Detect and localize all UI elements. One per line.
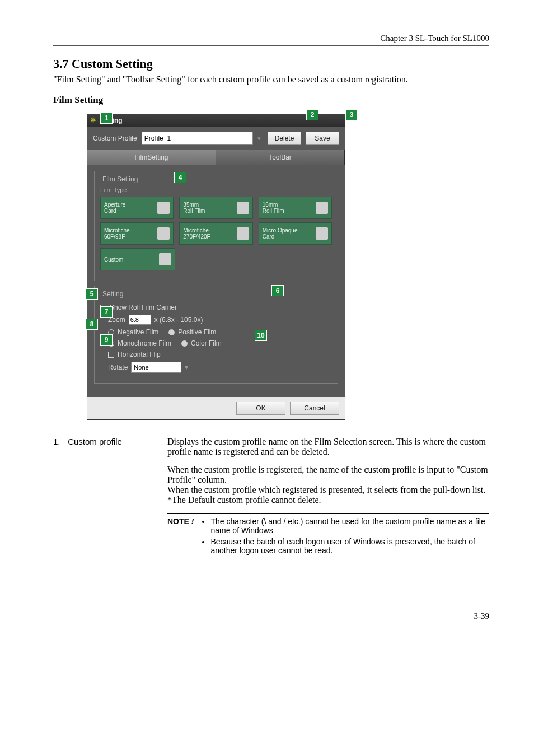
custom-film-icon bbox=[159, 253, 171, 265]
callout-9: 9 bbox=[100, 334, 113, 346]
fieldset-film-type-label: Film Type bbox=[100, 186, 332, 193]
microfiche-270-icon bbox=[237, 227, 249, 240]
callout-6: 6 bbox=[271, 285, 284, 296]
note-exclaim: ! bbox=[191, 517, 194, 526]
callout-2: 2 bbox=[306, 109, 318, 120]
film-microfiche-270[interactable]: Microfiche 270F/420F bbox=[179, 222, 252, 245]
film-setting-subhead: Film Setting bbox=[53, 95, 489, 106]
desc-p4: *The Default custom profile cannot delet… bbox=[167, 495, 489, 505]
desc-item-number: 1. bbox=[53, 437, 65, 446]
film-35mm-roll[interactable]: 35mm Roll Film bbox=[179, 197, 252, 219]
color-film-label: Color Film bbox=[191, 339, 222, 347]
note-label-text: NOTE bbox=[167, 517, 191, 526]
desc-p1: Displays the custom profile name on the … bbox=[167, 437, 489, 457]
fieldset-film-setting-label: Film Setting bbox=[100, 175, 140, 183]
positive-film-label: Positive Film bbox=[178, 328, 216, 336]
custom-profile-input[interactable] bbox=[142, 132, 253, 145]
rotate-dropdown-icon[interactable]: ▾ bbox=[185, 363, 188, 371]
custom-profile-label: Custom Profile bbox=[93, 134, 137, 142]
tab-filmsetting[interactable]: FilmSetting bbox=[87, 150, 216, 165]
callout-8: 8 bbox=[86, 319, 98, 330]
note-bullet-2: Because the batch of each logon user of … bbox=[210, 537, 489, 555]
horizontal-flip-label: Horizontal Flip bbox=[118, 351, 161, 358]
header-rule bbox=[53, 45, 489, 46]
desc-item-name: Custom profile bbox=[68, 437, 122, 446]
save-button[interactable]: Save bbox=[306, 132, 339, 145]
microfiche-60-icon bbox=[157, 227, 170, 240]
desc-item-left: 1. Custom profile bbox=[53, 437, 154, 561]
delete-button[interactable]: Delete bbox=[268, 132, 301, 145]
chapter-header: Chapter 3 SL-Touch for SL1000 bbox=[53, 34, 489, 43]
film-custom[interactable]: Custom bbox=[100, 248, 175, 270]
ok-button[interactable]: OK bbox=[236, 402, 285, 415]
roll-35-icon bbox=[237, 202, 249, 214]
callout-7: 7 bbox=[100, 306, 113, 318]
dropdown-icon[interactable]: ▾ bbox=[257, 135, 263, 142]
negative-film-label: Negative Film bbox=[118, 328, 158, 336]
rotate-label: Rotate bbox=[108, 363, 128, 371]
aperture-card-icon bbox=[157, 202, 170, 214]
cancel-button[interactable]: Cancel bbox=[290, 402, 339, 415]
section-heading: 3.7 Custom Setting bbox=[53, 57, 489, 71]
zoom-input[interactable] bbox=[129, 315, 151, 325]
micro-opaque-icon bbox=[316, 227, 328, 240]
callout-4: 4 bbox=[174, 172, 186, 183]
rotate-select[interactable] bbox=[131, 362, 181, 373]
callout-10: 10 bbox=[255, 330, 267, 341]
film-microfiche-60[interactable]: Microfiche 60F/98F bbox=[100, 222, 174, 245]
film-micro-opaque[interactable]: Micro Opaque Card bbox=[259, 222, 332, 245]
positive-film-radio[interactable] bbox=[168, 329, 175, 335]
callout-1: 1 bbox=[100, 113, 113, 124]
roll-16-icon bbox=[316, 202, 328, 214]
zoom-range: x (6.8x - 105.0x) bbox=[154, 316, 203, 324]
page-number: 3-39 bbox=[53, 612, 489, 621]
gear-icon: ✲ bbox=[91, 116, 96, 124]
section-intro: "Film Setting" and "Toolbar Setting" for… bbox=[53, 74, 489, 85]
fieldset-setting-label: Setting bbox=[100, 290, 125, 298]
note-bullet-1: The character (\ and / etc.) cannot be u… bbox=[210, 517, 489, 535]
callout-3: 3 bbox=[345, 109, 358, 120]
film-aperture-card[interactable]: Aperture Card bbox=[100, 197, 174, 219]
color-film-radio[interactable] bbox=[181, 340, 188, 347]
settings-dialog-screenshot: 1 2 3 4 5 6 7 8 9 10 ✲ Setting Custom Pr… bbox=[87, 114, 367, 420]
horizontal-flip-checkbox[interactable] bbox=[108, 352, 114, 358]
tab-toolbar[interactable]: ToolBar bbox=[216, 150, 345, 165]
desc-p3: When the custom profile which registered… bbox=[167, 485, 489, 495]
monochrome-film-label: Monochrome Film bbox=[118, 339, 171, 347]
desc-p2: When the custom profile is registered, t… bbox=[167, 465, 489, 485]
callout-5: 5 bbox=[86, 288, 98, 300]
settings-dialog: ✲ Setting Custom Profile ▾ Delete Save F… bbox=[87, 114, 345, 420]
film-16mm-roll[interactable]: 16mm Roll Film bbox=[259, 197, 332, 219]
show-roll-label: Show Roll Film Carrier bbox=[110, 304, 177, 311]
note-block: NOTE ! The character (\ and / etc.) cann… bbox=[167, 513, 489, 561]
